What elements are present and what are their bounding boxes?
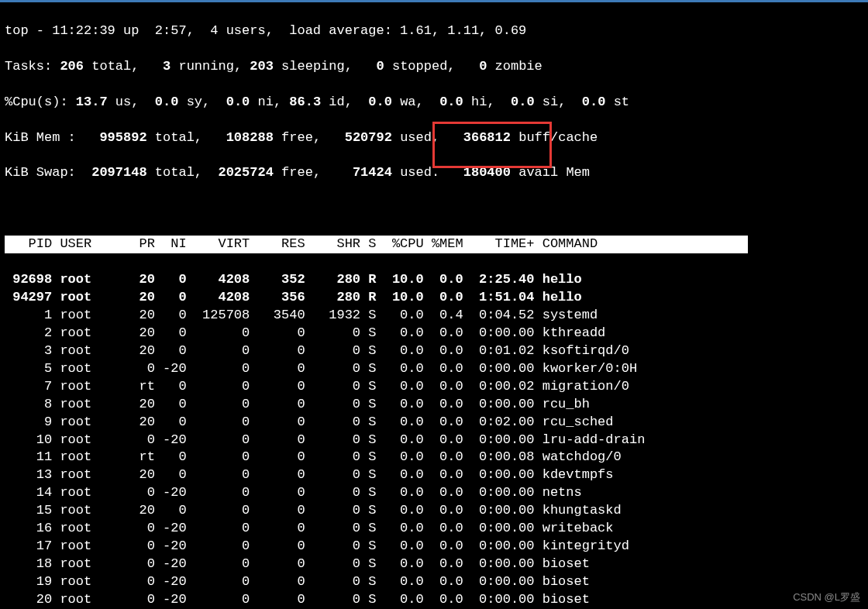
blank-line xyxy=(5,200,863,218)
process-row: 13 root 20 0 0 0 0 S 0.0 0.0 0:00.00 kde… xyxy=(5,466,863,484)
process-row: 3 root 20 0 0 0 0 S 0.0 0.0 0:01.02 ksof… xyxy=(5,342,863,360)
window-top-border xyxy=(0,0,868,2)
process-row: 94297 root 20 0 4208 356 280 R 10.0 0.0 … xyxy=(5,289,863,307)
process-row: 17 root 0 -20 0 0 0 S 0.0 0.0 0:00.00 ki… xyxy=(5,538,863,556)
summary-swap: KiB Swap: 2097148 total, 2025724 free, 7… xyxy=(5,164,863,182)
process-row: 1 root 20 0 125708 3540 1932 S 0.0 0.4 0… xyxy=(5,307,863,325)
process-row: 11 root rt 0 0 0 0 S 0.0 0.0 0:00.08 wat… xyxy=(5,449,863,466)
terminal[interactable]: top - 11:22:39 up 2:57, 4 users, load av… xyxy=(5,5,863,609)
process-row: 7 root rt 0 0 0 0 S 0.0 0.0 0:00.02 migr… xyxy=(5,378,863,396)
process-row: 14 root 0 -20 0 0 0 S 0.0 0.0 0:00.00 ne… xyxy=(5,484,863,502)
process-row: 8 root 20 0 0 0 0 S 0.0 0.0 0:00.00 rcu_… xyxy=(5,396,863,414)
process-row: 5 root 0 -20 0 0 0 S 0.0 0.0 0:00.00 kwo… xyxy=(5,360,863,378)
column-header-row: PID USER PR NI VIRT RES SHR S %CPU %MEM … xyxy=(5,236,863,253)
process-row: 15 root 20 0 0 0 0 S 0.0 0.0 0:00.00 khu… xyxy=(5,502,863,520)
watermark: CSDN @L罗盛 xyxy=(793,590,860,604)
summary-line-1: top - 11:22:39 up 2:57, 4 users, load av… xyxy=(5,22,863,40)
process-row: 19 root 0 -20 0 0 0 S 0.0 0.0 0:00.00 bi… xyxy=(5,573,863,591)
process-row: 9 root 20 0 0 0 0 S 0.0 0.0 0:02.00 rcu_… xyxy=(5,414,863,432)
process-row: 20 root 0 -20 0 0 0 S 0.0 0.0 0:00.00 bi… xyxy=(5,591,863,609)
process-row: 2 root 20 0 0 0 0 S 0.0 0.0 0:00.00 kthr… xyxy=(5,325,863,342)
process-row: 92698 root 20 0 4208 352 280 R 10.0 0.0 … xyxy=(5,271,863,289)
summary-mem: KiB Mem : 995892 total, 108288 free, 520… xyxy=(5,129,863,147)
process-row: 16 root 0 -20 0 0 0 S 0.0 0.0 0:00.00 wr… xyxy=(5,520,863,538)
process-row: 18 root 0 -20 0 0 0 S 0.0 0.0 0:00.00 bi… xyxy=(5,556,863,573)
process-row: 10 root 0 -20 0 0 0 S 0.0 0.0 0:00.00 lr… xyxy=(5,432,863,449)
summary-tasks: Tasks: 206 total, 3 running, 203 sleepin… xyxy=(5,58,863,76)
summary-cpu: %Cpu(s): 13.7 us, 0.0 sy, 0.0 ni, 86.3 i… xyxy=(5,94,863,112)
